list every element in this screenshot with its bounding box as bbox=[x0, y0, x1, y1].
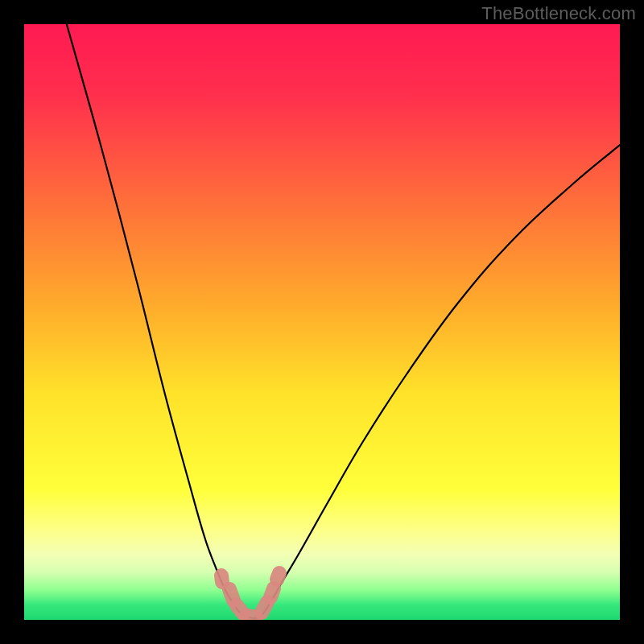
marker-segment bbox=[246, 616, 256, 617]
marker-segment bbox=[270, 588, 274, 597]
marker-group bbox=[221, 573, 279, 617]
bottleneck-curve bbox=[64, 24, 620, 618]
marker-segment bbox=[229, 589, 233, 601]
marker-segment bbox=[262, 602, 267, 613]
marker-segment bbox=[221, 576, 222, 582]
chart-plot-area bbox=[24, 24, 620, 620]
watermark-text: TheBottleneck.com bbox=[481, 3, 636, 24]
marker-segment bbox=[277, 573, 279, 580]
chart-overlay bbox=[24, 24, 620, 620]
